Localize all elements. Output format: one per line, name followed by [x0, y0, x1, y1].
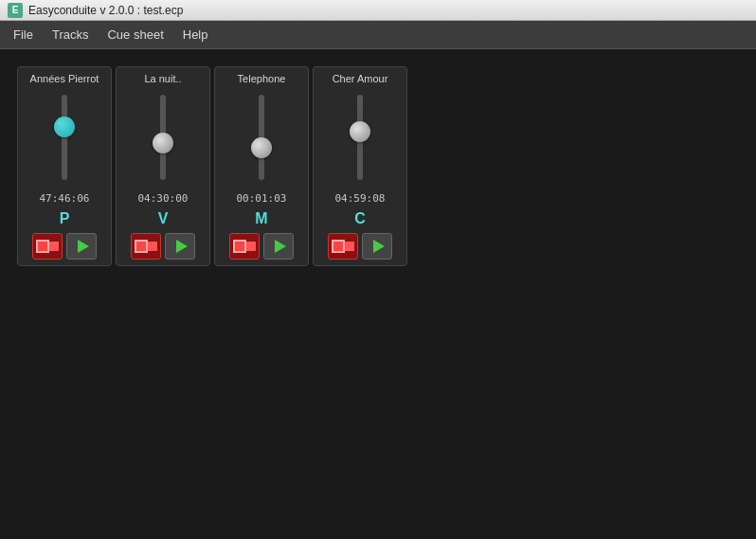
buttons-row-2	[120, 233, 206, 260]
stop-icon-4	[345, 242, 354, 251]
slider-thumb-4[interactable]	[350, 121, 370, 142]
track-letter-2: V	[158, 210, 169, 227]
stop-button-4[interactable]	[328, 233, 358, 260]
main-content: Années Pierrot 47:46:06 P La nuit.. 04:3…	[0, 49, 756, 539]
slider-track-1	[62, 95, 67, 180]
track-time-1: 47:46:06	[40, 192, 90, 205]
stop-button-1[interactable]	[32, 233, 63, 260]
track-letter-3: M	[255, 210, 267, 227]
app-title: Easyconduite v 2.0.0 : test.ecp	[28, 4, 183, 17]
play-button-3[interactable]	[263, 233, 294, 260]
menu-help[interactable]: Help	[173, 24, 218, 45]
track-card-4: Cher Amour 04:59:08 C	[313, 66, 407, 266]
title-bar: E Easyconduite v 2.0.0 : test.ecp	[0, 0, 756, 21]
track-time-4: 04:59:08	[335, 192, 386, 205]
track-card-1: Années Pierrot 47:46:06 P	[17, 66, 112, 266]
app-icon: E	[8, 3, 23, 18]
stop-button-2[interactable]	[131, 233, 161, 260]
slider-container-1	[45, 90, 83, 185]
track-title-4: Cher Amour	[317, 73, 403, 84]
track-time-2: 04:30:00	[138, 192, 189, 205]
slider-thumb-3[interactable]	[251, 137, 272, 158]
track-letter-4: C	[354, 210, 366, 227]
track-title-1: Années Pierrot	[22, 73, 107, 84]
play-button-4[interactable]	[362, 233, 392, 260]
slider-thumb-2[interactable]	[153, 133, 173, 153]
track-card-3: Telephone 00:01:03 M	[214, 66, 309, 266]
track-letter-1: P	[60, 210, 70, 227]
buttons-row-1	[22, 233, 107, 260]
menu-bar: File Tracks Cue sheet Help	[0, 21, 756, 49]
track-title-3: Telephone	[219, 73, 304, 84]
buttons-row-4	[317, 233, 403, 260]
play-button-1[interactable]	[66, 233, 97, 260]
buttons-row-3	[219, 233, 304, 260]
menu-file[interactable]: File	[4, 24, 43, 45]
track-time-3: 00:01:03	[237, 192, 287, 205]
slider-container-2	[144, 90, 182, 185]
track-card-2: La nuit.. 04:30:00 V	[116, 66, 210, 266]
slider-container-4	[341, 90, 379, 185]
play-button-2[interactable]	[165, 233, 195, 260]
slider-container-3	[243, 90, 280, 185]
stop-icon-3	[246, 242, 256, 251]
slider-thumb-1[interactable]	[54, 117, 75, 137]
tracks-container: Années Pierrot 47:46:06 P La nuit.. 04:3…	[9, 59, 747, 274]
track-title-2: La nuit..	[120, 73, 206, 84]
stop-icon-1	[49, 242, 59, 251]
menu-tracks[interactable]: Tracks	[43, 24, 99, 45]
stop-button-3[interactable]	[229, 233, 260, 260]
menu-cue-sheet[interactable]: Cue sheet	[98, 24, 172, 45]
stop-icon-2	[148, 242, 157, 251]
